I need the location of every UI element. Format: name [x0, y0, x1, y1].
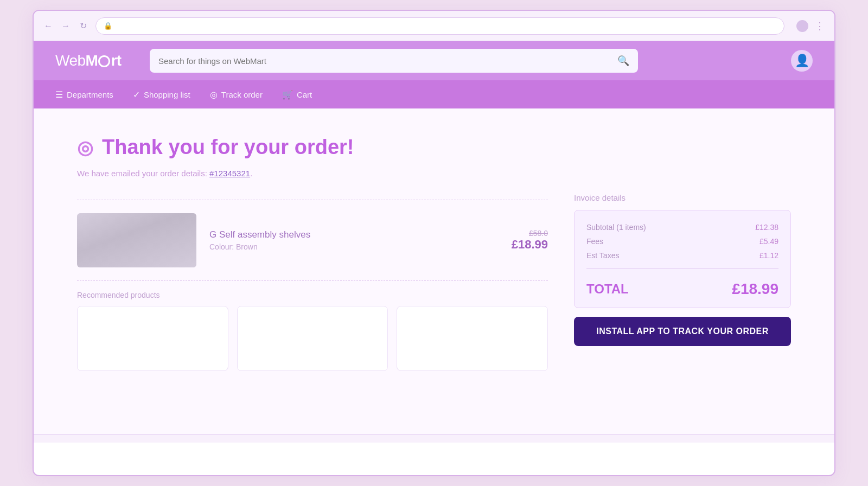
invoice-row-fees: Fees £5.49 [586, 234, 778, 248]
nav-departments[interactable]: ☰ Departments [55, 89, 113, 100]
content-grid: G Self assembly shelves Colour: Brown £5… [77, 193, 791, 371]
subtotal-amount: £12.38 [755, 223, 778, 232]
recommended-card-1[interactable] [77, 306, 228, 371]
track-order-icon: ◎ [210, 89, 218, 100]
site-logo[interactable]: WebMrt [55, 52, 137, 69]
search-input[interactable] [158, 56, 612, 66]
logo-o-icon [98, 55, 110, 67]
site-nav: ☰ Departments ✓ Shopping list ◎ Track or… [34, 80, 834, 108]
product-colour: Colour: Brown [209, 242, 499, 251]
order-email-prefix: We have emailed your order details: [77, 169, 207, 178]
colour-label: Colour: [209, 242, 234, 251]
divider-top [77, 200, 548, 200]
nav-track-order-label: Track order [221, 90, 263, 99]
lock-icon: 🔒 [104, 22, 112, 30]
nav-cart[interactable]: 🛒 Cart [282, 89, 312, 100]
browser-dot [796, 20, 808, 32]
thank-you-icon: ◎ [77, 137, 93, 158]
invoice-row-subtotal: Subtotal (1 items) £12.38 [586, 220, 778, 234]
product-name: G Self assembly shelves [209, 229, 499, 240]
shopping-list-icon: ✓ [133, 89, 140, 100]
browser-bottom-bar [34, 434, 834, 443]
thank-you-heading: Thank you for your order! [102, 136, 354, 159]
address-bar[interactable]: 🔒 [95, 17, 784, 35]
order-period: . [250, 169, 252, 178]
nav-cart-label: Cart [297, 90, 312, 99]
forward-button[interactable]: → [60, 20, 72, 32]
recommended-card-2[interactable] [237, 306, 388, 371]
logo-web: Web [55, 52, 86, 69]
invoice-row-taxes: Est Taxes £1.12 [586, 248, 778, 263]
total-label: TOTAL [586, 282, 629, 297]
product-info: G Self assembly shelves Colour: Brown [209, 229, 499, 251]
logo-rt: rt [111, 52, 121, 69]
invoice-total-row: TOTAL £18.99 [586, 274, 778, 298]
browser-right-controls: ⋮ [796, 20, 826, 32]
back-button[interactable]: ← [42, 20, 54, 32]
colour-value: Brown [236, 242, 258, 251]
order-email-text: We have emailed your order details: #123… [77, 169, 791, 178]
search-icon[interactable]: 🔍 [617, 55, 629, 67]
thank-you-section: ◎ Thank you for your order! We have emai… [77, 136, 791, 371]
logo-mart: M [86, 52, 98, 69]
price-current: £18.99 [512, 238, 548, 252]
recommended-card-3[interactable] [397, 306, 548, 371]
invoice-divider [586, 268, 778, 268]
price-original: £58.0 [512, 229, 548, 238]
divider-bottom [77, 280, 548, 281]
invoice-box: Subtotal (1 items) £12.38 Fees £5.49 Est… [574, 210, 791, 308]
nav-shopping-list-label: Shopping list [144, 90, 190, 99]
total-amount: £18.99 [732, 280, 778, 298]
browser-chrome: ← → ↻ 🔒 ⋮ [34, 11, 834, 41]
order-item: G Self assembly shelves Colour: Brown £5… [77, 207, 548, 274]
fees-amount: £5.49 [760, 237, 778, 246]
user-avatar[interactable]: 👤 [791, 50, 813, 72]
product-image [77, 213, 196, 267]
browser-nav-buttons: ← → ↻ [42, 20, 89, 32]
taxes-label: Est Taxes [586, 251, 619, 260]
taxes-amount: £1.12 [760, 251, 778, 260]
product-price: £58.0 £18.99 [512, 229, 548, 252]
nav-track-order[interactable]: ◎ Track order [210, 89, 263, 100]
install-app-button[interactable]: INSTALL APP TO TRACK YOUR ORDER [574, 317, 791, 346]
invoice-title: Invoice details [574, 193, 791, 202]
departments-icon: ☰ [55, 89, 63, 100]
site-header: WebMrt 🔍 👤 [34, 41, 834, 80]
cart-icon: 🛒 [282, 89, 293, 100]
thank-you-title: ◎ Thank you for your order! [77, 136, 791, 159]
subtotal-label: Subtotal (1 items) [586, 223, 646, 232]
nav-departments-label: Departments [67, 90, 113, 99]
order-section: G Self assembly shelves Colour: Brown £5… [77, 193, 548, 371]
order-number-link[interactable]: #12345321 [209, 169, 250, 178]
browser-window: ← → ↻ 🔒 ⋮ WebMrt 🔍 👤 ☰ Departments ✓ Sh [33, 10, 835, 476]
recommended-title: Recommended products [77, 291, 548, 299]
search-bar[interactable]: 🔍 [150, 49, 638, 73]
product-image-inner [77, 213, 196, 267]
browser-menu-icon[interactable]: ⋮ [815, 20, 826, 32]
nav-shopping-list[interactable]: ✓ Shopping list [133, 89, 190, 100]
fees-label: Fees [586, 237, 603, 246]
recommended-grid [77, 306, 548, 371]
reload-button[interactable]: ↻ [77, 20, 89, 32]
invoice-section: Invoice details Subtotal (1 items) £12.3… [574, 193, 791, 371]
main-content: ◎ Thank you for your order! We have emai… [34, 108, 834, 434]
